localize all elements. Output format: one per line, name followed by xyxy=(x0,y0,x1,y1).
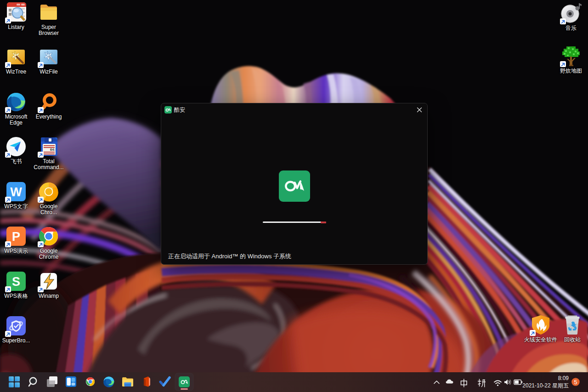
svg-text:2021-10-22 星期五: 2021-10-22 星期五 xyxy=(522,382,569,389)
svg-text:64:: 64: xyxy=(50,148,55,152)
svg-text:W: W xyxy=(10,185,22,199)
svg-text:8:09: 8:09 xyxy=(558,375,569,381)
svg-text:5: 5 xyxy=(574,379,577,386)
svg-text:P: P xyxy=(12,230,20,244)
svg-text:S: S xyxy=(12,275,20,289)
